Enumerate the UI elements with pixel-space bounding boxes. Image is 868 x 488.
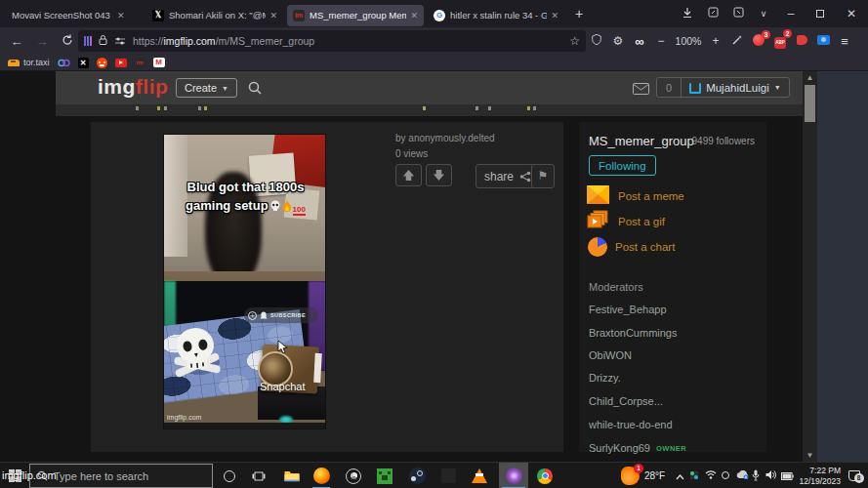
- scrollbar-thumb[interactable]: [805, 85, 815, 122]
- speaker-icon[interactable]: [765, 469, 777, 482]
- owner-row[interactable]: SurlyKong69 OWNER: [589, 442, 686, 454]
- tab-close-icon[interactable]: ✕: [551, 11, 558, 20]
- scroll-up-arrow[interactable]: ▲: [803, 71, 817, 84]
- moderator-link[interactable]: Festive_Behapp: [589, 304, 667, 315]
- bookmark-imgflip[interactable]: im: [135, 58, 145, 68]
- post-a-chart-link[interactable]: Post a chart: [586, 237, 760, 257]
- bookmark-tortaxi[interactable]: tor.taxi: [8, 58, 50, 67]
- maximize-button[interactable]: [806, 7, 835, 20]
- minecraft-button[interactable]: [370, 463, 399, 488]
- forward-button[interactable]: →: [29, 34, 55, 49]
- bookmark-youtube[interactable]: [115, 59, 127, 67]
- permissions-icon[interactable]: [114, 32, 126, 50]
- moderator-link[interactable]: Drizzy.: [589, 372, 621, 384]
- post-author[interactable]: by anonymously.delted: [395, 133, 495, 143]
- settings-gear-icon[interactable]: ⚙: [607, 34, 629, 48]
- adblock-icon[interactable]: ABP 2: [769, 33, 791, 49]
- menu-hamburger-icon[interactable]: ≡: [834, 34, 855, 49]
- tray-chevron-icon[interactable]: [676, 471, 684, 482]
- messages-envelope-icon[interactable]: [633, 81, 649, 99]
- action-center-button[interactable]: 8: [840, 463, 868, 488]
- zoom-out-button[interactable]: −: [650, 34, 672, 48]
- following-button[interactable]: Following: [589, 155, 656, 176]
- downloads-icon[interactable]: [675, 7, 700, 21]
- create-button[interactable]: Create▼: [176, 78, 237, 98]
- firefox-button[interactable]: [307, 463, 336, 488]
- post-a-gif-link[interactable]: Post a gif: [586, 212, 760, 231]
- list-all-tabs-icon[interactable]: ∨: [751, 9, 776, 19]
- close-window-button[interactable]: ✕: [835, 7, 868, 20]
- bookmark-star-icon[interactable]: ☆: [569, 34, 580, 48]
- downvote-button[interactable]: [426, 164, 452, 186]
- hidden-app-button[interactable]: [434, 463, 463, 488]
- wifi-icon[interactable]: [705, 469, 717, 481]
- minimize-button[interactable]: –: [776, 7, 806, 20]
- imgflip-logo[interactable]: imgflip: [98, 75, 168, 99]
- url-bar[interactable]: https://imgflip.com/m/MS_memer_group ☆: [78, 30, 586, 52]
- infinity-extension-icon[interactable]: ∞: [629, 34, 650, 49]
- scroll-down-arrow[interactable]: ▼: [803, 449, 817, 462]
- file-explorer-button[interactable]: [277, 463, 307, 488]
- taskbar-search-box[interactable]: [29, 464, 213, 488]
- tray-ring-icon[interactable]: [722, 470, 729, 481]
- flag-button[interactable]: ⚑: [531, 164, 555, 188]
- task-view-button[interactable]: [244, 463, 273, 488]
- tor-browser-button[interactable]: [499, 463, 528, 488]
- clock-date: 12/19/2023: [796, 476, 841, 487]
- bookmark-gmail[interactable]: M: [153, 58, 165, 67]
- zoom-level[interactable]: 100%: [672, 35, 705, 47]
- group-name[interactable]: MS_memer_group: [589, 134, 694, 148]
- post-a-meme-link[interactable]: Post a meme: [586, 186, 760, 206]
- caption-line-1: Blud got that 1800s: [164, 178, 326, 196]
- wand-extension-icon[interactable]: [726, 34, 748, 49]
- lock-icon[interactable]: [98, 32, 108, 50]
- moderator-link[interactable]: BraxtonCummings: [589, 327, 677, 339]
- user-menu[interactable]: 0 MujahidLuigi ▼: [656, 77, 790, 98]
- extension-red-b-icon[interactable]: [791, 34, 812, 48]
- tab-movavi[interactable]: Movavi ScreenShot 043 - Captain A ✕: [6, 5, 143, 26]
- tab-imgflip-active[interactable]: im MS_memer_group Memes & G ✕: [287, 5, 424, 26]
- search-icon[interactable]: [247, 80, 263, 100]
- page-scrollbar[interactable]: ▲ ▼: [803, 71, 817, 462]
- bookmark-x-twitter[interactable]: ✕: [78, 58, 89, 68]
- url-text[interactable]: https://imgflip.com/m/MS_memer_group: [133, 35, 314, 47]
- chrome-button[interactable]: [530, 463, 559, 488]
- tab-close-icon[interactable]: ✕: [269, 11, 277, 20]
- moderator-link[interactable]: Child_Corpse...: [589, 395, 663, 407]
- right-panel-gap: [817, 71, 868, 462]
- tab-close-icon[interactable]: ✕: [117, 11, 125, 20]
- microphone-icon[interactable]: [752, 469, 760, 483]
- save-to-pocket-icon[interactable]: [700, 7, 725, 20]
- bookmark-link[interactable]: [58, 59, 70, 67]
- zoom-in-button[interactable]: +: [705, 34, 726, 48]
- weather-icon[interactable]: 1: [621, 467, 640, 485]
- moderator-link[interactable]: ObiWON: [589, 349, 632, 361]
- meme-image[interactable]: Blud got that 1800s gaming setup100: [163, 134, 326, 429]
- share-tab-icon[interactable]: [725, 7, 751, 20]
- tab-google-search[interactable]: G hitler x stalin rule 34 - Google S ✕: [428, 5, 564, 26]
- temperature[interactable]: 28°F: [644, 470, 665, 481]
- new-tab-button[interactable]: +: [566, 6, 592, 21]
- user-dropdown[interactable]: MujahidLuigi ▼: [681, 78, 789, 97]
- taskbar-clock[interactable]: 7:22 PM 12/19/2023: [796, 466, 841, 486]
- tab-twitter[interactable]: 𝕏 Shomari Akili on X: "@Mujahid ✕: [146, 5, 283, 26]
- back-button[interactable]: ←: [4, 34, 29, 49]
- battery-icon[interactable]: [781, 471, 794, 482]
- tab-close-icon[interactable]: ✕: [410, 11, 418, 20]
- bookmark-reddit[interactable]: [97, 58, 107, 68]
- cortana-button[interactable]: [215, 463, 244, 488]
- screenshot-camera-icon[interactable]: [812, 34, 834, 48]
- tracking-shield-icon[interactable]: [586, 33, 607, 49]
- network-status-icon[interactable]: [690, 470, 698, 481]
- onedrive-icon[interactable]: [735, 470, 749, 481]
- upvote-button[interactable]: [395, 164, 422, 186]
- extension-container-icon[interactable]: [84, 36, 92, 46]
- extension-red-a-icon[interactable]: 3: [748, 34, 769, 49]
- moderator-link[interactable]: while-true-do-end: [589, 419, 673, 430]
- reload-button[interactable]: [55, 34, 80, 49]
- steam-button[interactable]: [402, 463, 432, 488]
- vlc-button[interactable]: [465, 463, 494, 488]
- taskbar-search-input[interactable]: [54, 470, 190, 482]
- obs-button[interactable]: [339, 463, 368, 488]
- owner-name[interactable]: SurlyKong69: [589, 442, 650, 454]
